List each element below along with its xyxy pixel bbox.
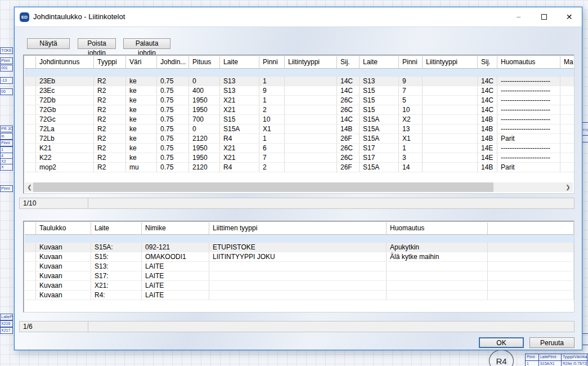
column-header[interactable]: Taulukko: [36, 222, 91, 234]
table-cell[interactable]: X21: [220, 153, 259, 162]
table-cell[interactable]: 1950: [189, 105, 220, 114]
horizontal-scrollbar[interactable]: ❮ ❯: [25, 182, 573, 192]
table-cell[interactable]: S17:: [91, 271, 142, 280]
table-cell[interactable]: R2: [94, 96, 126, 105]
table-cell[interactable]: 5: [399, 96, 423, 105]
column-header[interactable]: Sij.: [337, 56, 360, 68]
table-cell[interactable]: S15: [220, 115, 259, 124]
table-cell[interactable]: ----------------------: [497, 153, 560, 162]
title-bar[interactable]: ED Johdintaulukko - Liitinkotelot – ✕: [15, 7, 582, 26]
table-cell[interactable]: 14C: [478, 105, 497, 114]
table-cell[interactable]: X1: [259, 124, 285, 133]
table-cell[interactable]: 14B: [478, 163, 497, 172]
table-cell[interactable]: R2: [94, 153, 126, 162]
table-cell[interactable]: 7: [259, 153, 285, 162]
table-cell[interactable]: 72Db: [36, 96, 94, 105]
row-gutter[interactable]: [25, 115, 36, 124]
table-row[interactable]: KuvaanS13:LAITE: [25, 262, 574, 271]
table-cell[interactable]: [560, 124, 574, 133]
table-row[interactable]: 72DbR2ke0.751950X21126CS15514C----------…: [25, 96, 574, 105]
table-cell[interactable]: [285, 124, 337, 133]
table-cell[interactable]: [560, 134, 574, 143]
table-cell[interactable]: ----------------------: [497, 124, 560, 133]
table-cell[interactable]: ----------------------: [497, 86, 560, 95]
table-cell[interactable]: 2: [259, 105, 285, 114]
table-cell[interactable]: 10: [259, 115, 285, 124]
table-cell[interactable]: S15: [360, 105, 399, 114]
table-cell[interactable]: [423, 105, 478, 114]
table-cell[interactable]: S17: [360, 153, 399, 162]
column-header[interactable]: Huomautus: [387, 222, 488, 234]
table-cell[interactable]: Kuvaan: [36, 252, 91, 261]
restore-wire-button[interactable]: Palauta johdin: [123, 38, 170, 49]
table-cell[interactable]: [423, 144, 478, 153]
table-cell[interactable]: 0.75: [157, 77, 189, 86]
column-header[interactable]: Ma: [560, 56, 574, 68]
table-cell[interactable]: R2: [94, 86, 126, 95]
table-cell[interactable]: [387, 291, 488, 300]
table-cell[interactable]: S15A: [360, 163, 399, 172]
table-cell[interactable]: [560, 153, 574, 162]
table-cell[interactable]: 26C: [337, 105, 360, 114]
table-row[interactable]: KuvaanS15A:092-121ETUPISTOKEApukytkin: [25, 243, 574, 252]
table-cell[interactable]: S15:: [91, 252, 142, 261]
table-cell[interactable]: [560, 77, 574, 86]
table-row[interactable]: K22R2ke0.751950X21726CS17314E-----------…: [25, 153, 574, 163]
table-cell[interactable]: 13: [399, 124, 423, 133]
table-cell[interactable]: LAITE: [142, 281, 209, 290]
table-cell[interactable]: 9: [399, 77, 423, 86]
table-cell[interactable]: R2: [94, 105, 126, 114]
row-gutter[interactable]: [25, 124, 36, 133]
table-cell[interactable]: 72Gc: [36, 115, 94, 124]
maximize-button[interactable]: [531, 7, 556, 26]
column-header[interactable]: Liittimen tyyppi: [209, 222, 387, 234]
column-header[interactable]: Väri: [126, 56, 157, 68]
table-cell[interactable]: X21: [220, 105, 259, 114]
row-gutter[interactable]: [25, 243, 36, 252]
insert-row[interactable]: [25, 69, 574, 77]
table-cell[interactable]: 72La: [36, 124, 94, 133]
close-button[interactable]: ✕: [556, 7, 582, 26]
table-row[interactable]: 72GbR2ke0.751950X21226CS151014C---------…: [25, 105, 574, 115]
table-cell[interactable]: S15: [360, 96, 399, 105]
table-cell[interactable]: LAITE: [142, 262, 209, 271]
table-cell[interactable]: [488, 271, 574, 280]
table-cell[interactable]: [285, 105, 337, 114]
column-header[interactable]: Huomautus: [497, 56, 560, 68]
table-cell[interactable]: 14B: [337, 124, 360, 133]
table-cell[interactable]: ke: [126, 86, 157, 95]
column-header[interactable]: Nimike: [142, 222, 209, 234]
table-cell[interactable]: Apukytkin: [387, 243, 488, 252]
table-cell[interactable]: S13: [220, 77, 259, 86]
table-row[interactable]: 23EbR2ke0.750S13114CS13914C-------------…: [25, 77, 574, 86]
table-cell[interactable]: [285, 96, 337, 105]
table-cell[interactable]: 1950: [189, 144, 220, 153]
table-cell[interactable]: [423, 134, 478, 143]
table-cell[interactable]: 0.75: [157, 115, 189, 124]
table-cell[interactable]: 1: [259, 77, 285, 86]
column-header[interactable]: Laite: [220, 56, 259, 68]
table-row[interactable]: 72GcR2ke0.75700S151014CS15AX214B--------…: [25, 115, 574, 124]
table-cell[interactable]: ----------------------: [497, 96, 560, 105]
table-cell[interactable]: ke: [126, 124, 157, 133]
table-cell[interactable]: X21:: [91, 281, 142, 290]
table-cell[interactable]: 9: [259, 86, 285, 95]
table-cell[interactable]: ETUPISTOKE: [209, 243, 387, 252]
table-cell[interactable]: [387, 281, 488, 290]
table-cell[interactable]: 14C: [337, 86, 360, 95]
table-cell[interactable]: [560, 96, 574, 105]
table-cell[interactable]: [285, 134, 337, 143]
table-cell[interactable]: 092-121: [142, 243, 209, 252]
table-cell[interactable]: 72Gb: [36, 105, 94, 114]
table-cell[interactable]: 0.75: [157, 144, 189, 153]
table-cell[interactable]: R4:: [91, 291, 142, 300]
table-cell[interactable]: 14B: [478, 124, 497, 133]
table-cell[interactable]: 14E: [478, 153, 497, 162]
table-cell[interactable]: [285, 163, 337, 172]
table-cell[interactable]: 2: [259, 163, 285, 172]
table-cell[interactable]: X2: [399, 115, 423, 124]
table-cell[interactable]: S15A: [360, 124, 399, 133]
table-cell[interactable]: Kuvaan: [36, 262, 91, 271]
table-cell[interactable]: 1: [259, 96, 285, 105]
table-cell[interactable]: [560, 105, 574, 114]
